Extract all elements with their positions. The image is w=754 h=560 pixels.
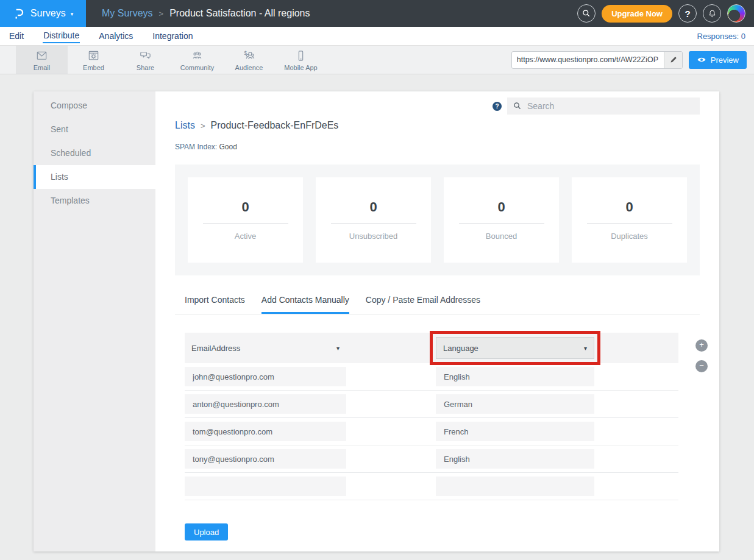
language-input[interactable] — [436, 422, 594, 441]
stat-label: Bounced — [486, 232, 517, 241]
sidebar-item-templates[interactable]: Templates — [34, 189, 155, 213]
tab-copy-paste-email[interactable]: Copy / Paste Email Addresses — [366, 295, 480, 314]
contact-row — [185, 445, 678, 473]
language-input[interactable] — [436, 367, 594, 386]
contact-row — [185, 473, 678, 500]
stat-label: Active — [235, 232, 256, 241]
edit-url-button[interactable] — [664, 52, 682, 68]
contact-row — [185, 418, 678, 445]
add-row-button[interactable]: + — [695, 339, 708, 352]
channel-audience[interactable]: $ Audience — [223, 46, 275, 74]
preview-label: Preview — [711, 55, 739, 65]
help-button[interactable]: ? — [678, 4, 697, 23]
nav-analytics[interactable]: Analytics — [98, 29, 133, 43]
language-column-select[interactable]: Language ▾ — [436, 337, 594, 359]
breadcrumb-lists-link[interactable]: Lists — [175, 120, 195, 131]
product-label: Surveys — [30, 8, 66, 19]
bell-icon — [707, 9, 717, 19]
email-input[interactable] — [185, 367, 346, 386]
content-top-bar: ? — [175, 97, 700, 115]
divider — [331, 223, 416, 224]
breadcrumb-separator-icon: > — [159, 9, 164, 18]
breadcrumb: My Surveys > Product Satisfaction - All … — [102, 8, 310, 19]
stat-label: Unsubscribed — [349, 232, 398, 241]
spam-index: SPAM Index: Good — [175, 143, 700, 151]
email-lists-panel: Compose Sent Scheduled Lists Templates ? — [34, 91, 719, 551]
chevron-down-icon: ▾ — [584, 345, 587, 352]
distribute-toolbar: Email Embed Share — [0, 46, 754, 74]
email-input[interactable] — [185, 422, 346, 441]
channel-label: Share — [137, 64, 154, 71]
list-stats: 0 Active 0 Unsubscribed 0 Bounced 0 — [175, 165, 700, 275]
chevron-down-icon: ▾ — [71, 11, 74, 17]
survey-url-input[interactable] — [512, 52, 664, 68]
upgrade-now-button[interactable]: Upgrade Now — [602, 5, 672, 23]
sidebar-item-scheduled[interactable]: Scheduled — [34, 141, 155, 165]
list-search-box — [507, 97, 700, 115]
row-controls: + − — [695, 339, 708, 372]
search-input[interactable] — [527, 101, 694, 111]
breadcrumb-list-name: Product-Feedback-EnFrDeEs — [211, 120, 339, 131]
responses-count[interactable]: Responses: 0 — [697, 32, 746, 41]
search-button[interactable] — [577, 4, 596, 23]
magnifier-icon — [513, 102, 522, 110]
breadcrumb-separator-icon: > — [201, 121, 205, 130]
stat-value: 0 — [625, 199, 633, 215]
survey-url-field — [511, 51, 683, 69]
email-input[interactable] — [185, 394, 346, 414]
notifications-button[interactable] — [703, 4, 721, 23]
nav-edit[interactable]: Edit — [9, 29, 24, 43]
survey-nav: Edit Distribute Analytics Integration Re… — [0, 27, 754, 46]
email-sidebar: Compose Sent Scheduled Lists Templates — [34, 91, 155, 551]
stat-value: 0 — [241, 199, 249, 215]
channel-email[interactable]: Email — [16, 46, 68, 74]
questionpro-logo-icon — [13, 7, 26, 20]
page-background: Compose Sent Scheduled Lists Templates ? — [0, 74, 754, 560]
help-icon[interactable]: ? — [493, 102, 502, 111]
chevron-down-icon: ▾ — [336, 345, 340, 352]
language-input[interactable] — [436, 477, 594, 496]
language-column-label: Language — [443, 344, 478, 353]
tab-import-contacts[interactable]: Import Contacts — [185, 295, 245, 314]
list-content: ? Lists > Product-Feedback-EnFrDeEs — [155, 91, 719, 551]
divider — [203, 223, 288, 224]
user-avatar[interactable] — [727, 4, 745, 23]
channel-label: Email — [34, 64, 51, 71]
search-icon — [582, 9, 591, 18]
dollar-people-icon: $ — [242, 49, 256, 63]
breadcrumb-my-surveys[interactable]: My Surveys — [102, 8, 153, 19]
nav-integration[interactable]: Integration — [152, 29, 193, 43]
remove-row-button[interactable]: − — [695, 360, 708, 372]
header-actions: Upgrade Now ? — [577, 4, 745, 23]
nav-distribute[interactable]: Distribute — [43, 29, 80, 43]
sidebar-item-sent[interactable]: Sent — [34, 118, 155, 141]
eye-icon — [697, 56, 706, 63]
list-breadcrumb: Lists > Product-Feedback-EnFrDeEs — [175, 120, 700, 131]
language-input[interactable] — [436, 394, 594, 414]
contacts-table: EmailAddress ▾ Language ▾ — [185, 333, 678, 500]
pencil-icon — [669, 56, 677, 64]
people-group-icon — [190, 49, 204, 63]
stat-label: Duplicates — [611, 232, 648, 241]
email-input[interactable] — [185, 449, 346, 469]
contacts-tabs: Import Contacts Add Contacts Manually Co… — [175, 295, 700, 314]
email-column-select[interactable]: EmailAddress ▾ — [185, 337, 346, 359]
channel-mobile-app[interactable]: Mobile App — [275, 46, 327, 74]
sidebar-item-lists[interactable]: Lists — [34, 165, 155, 189]
stat-value: 0 — [497, 199, 505, 215]
email-input[interactable] — [185, 477, 346, 496]
language-input[interactable] — [436, 449, 594, 469]
tab-add-contacts-manually[interactable]: Add Contacts Manually — [261, 295, 349, 314]
preview-button[interactable]: Preview — [689, 51, 747, 69]
product-switcher[interactable]: Surveys ▾ — [0, 0, 86, 27]
channel-embed[interactable]: Embed — [68, 46, 119, 74]
sidebar-item-compose[interactable]: Compose — [34, 94, 155, 118]
divider — [587, 223, 672, 224]
email-column-label: EmailAddress — [191, 344, 240, 353]
channel-tabs: Email Embed Share — [16, 46, 327, 74]
channel-community[interactable]: Community — [171, 46, 223, 74]
top-header: Surveys ▾ My Surveys > Product Satisfact… — [0, 0, 754, 27]
channel-share[interactable]: Share — [119, 46, 171, 74]
envelope-icon — [35, 49, 49, 63]
upload-button[interactable]: Upload — [185, 523, 228, 541]
